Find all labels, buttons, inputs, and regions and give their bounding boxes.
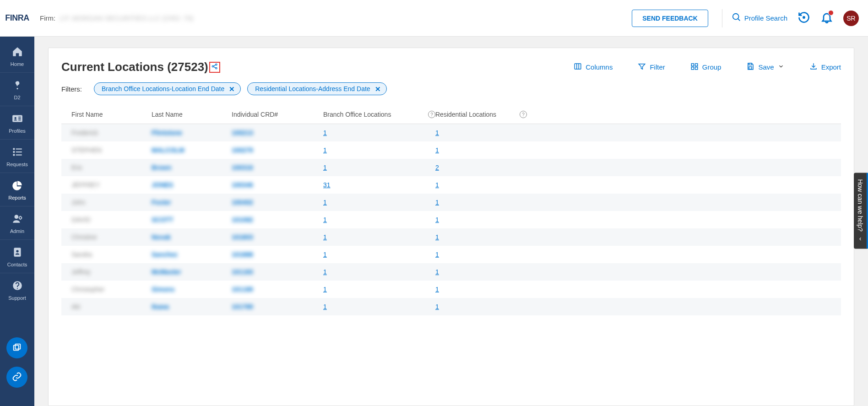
cell-last-name[interactable]: MALCOLM: [152, 146, 184, 154]
avatar[interactable]: SR: [843, 11, 859, 26]
close-icon[interactable]: ✕: [375, 86, 381, 92]
cell-last-name[interactable]: JONES: [152, 181, 173, 189]
cell-branch-link[interactable]: 1: [323, 129, 327, 136]
cell-last-name[interactable]: Flintstone: [152, 129, 182, 136]
cell-residential-link[interactable]: 1: [435, 303, 439, 310]
cell-crd[interactable]: 100279: [232, 146, 253, 154]
send-feedback-button[interactable]: SEND FEEDBACK: [632, 10, 708, 27]
svg-rect-34: [691, 67, 694, 70]
filter-chip-label: Residential Locations-Address End Date: [255, 85, 370, 92]
cell-branch-link[interactable]: 1: [323, 286, 327, 293]
sidebar-label-support: Support: [8, 295, 26, 301]
cell-crd[interactable]: 100213: [232, 129, 253, 136]
sidebar-item-home[interactable]: Home: [0, 39, 34, 73]
sidebar-item-support[interactable]: Support: [0, 273, 34, 306]
cell-residential-link[interactable]: 1: [435, 286, 439, 293]
cell-branch-link[interactable]: 1: [323, 233, 327, 241]
help-tab[interactable]: How can we help? ‹: [854, 173, 868, 249]
cell-crd[interactable]: 100316: [232, 164, 253, 171]
group-button[interactable]: Group: [690, 62, 722, 72]
filter-chip-branch-end-date[interactable]: Branch Office Locations-Location End Dat…: [94, 82, 241, 95]
cell-last-name[interactable]: SCOTT: [152, 216, 173, 223]
cell-last-name[interactable]: Simons: [152, 286, 175, 293]
cell-last-name[interactable]: Brown: [152, 164, 172, 171]
cell-last-name[interactable]: Ikawa: [152, 303, 169, 310]
filter-label: Filter: [650, 63, 665, 71]
float-windows-button[interactable]: [6, 337, 27, 358]
notifications-button[interactable]: [820, 11, 833, 25]
sidebar-item-contacts[interactable]: Contacts: [0, 240, 34, 273]
history-icon: [797, 11, 810, 25]
cell-residential-link[interactable]: 1: [435, 199, 439, 206]
cell-last-name[interactable]: Sanchez: [152, 251, 178, 258]
col-branch[interactable]: Branch Office Locations ?: [323, 111, 435, 118]
cell-crd[interactable]: 100402: [232, 199, 253, 206]
svg-line-26: [213, 65, 216, 66]
sidebar-item-reports[interactable]: Reports: [0, 173, 34, 206]
history-button[interactable]: [797, 11, 810, 25]
cell-crd[interactable]: 101082: [232, 216, 253, 223]
export-label: Export: [821, 63, 841, 71]
col-first-name[interactable]: First Name: [71, 111, 152, 118]
cell-residential-link[interactable]: 1: [435, 233, 439, 241]
link-icon: [12, 372, 22, 383]
profile-search-link[interactable]: Profile Search: [732, 12, 787, 24]
columns-button[interactable]: Columns: [574, 62, 613, 72]
cell-residential-link[interactable]: 1: [435, 146, 439, 154]
cell-residential-link[interactable]: 2: [435, 164, 439, 171]
float-link-button[interactable]: [6, 367, 27, 388]
cell-residential-link[interactable]: 1: [435, 251, 439, 258]
table-body[interactable]: FrederickFlintstone10021311STEPHENMALCOL…: [61, 124, 841, 406]
card-header: Current Locations (27523) Columns Filter: [61, 60, 841, 74]
table-row: FrederickFlintstone10021311: [61, 124, 841, 141]
page-title: Current Locations (27523): [61, 60, 208, 74]
cell-last-name[interactable]: Novak: [152, 233, 171, 241]
help-icon[interactable]: ?: [520, 111, 527, 118]
table-row: JeffreyMcMaster10118311: [61, 263, 841, 281]
cell-last-name[interactable]: Foster: [152, 199, 171, 206]
save-button[interactable]: Save: [746, 62, 784, 72]
filter-chip-residential-end-date[interactable]: Residential Locations-Address End Date ✕: [247, 82, 386, 95]
export-button[interactable]: Export: [809, 62, 841, 72]
cell-crd[interactable]: 100346: [232, 181, 253, 189]
cell-residential-link[interactable]: 1: [435, 268, 439, 276]
cell-branch-link[interactable]: 1: [323, 164, 327, 171]
logo[interactable]: FINRA: [5, 13, 29, 23]
cell-residential-link[interactable]: 1: [435, 181, 439, 189]
cell-last-name[interactable]: McMaster: [152, 268, 181, 276]
cell-crd[interactable]: 101888: [232, 251, 253, 258]
sidebar-label-reports: Reports: [8, 195, 26, 200]
cell-branch-link[interactable]: 1: [323, 268, 327, 276]
col-residential[interactable]: Residential Locations ?: [435, 111, 527, 118]
share-button[interactable]: [209, 62, 220, 73]
sidebar-label-home: Home: [11, 61, 24, 67]
sidebar-item-requests[interactable]: Requests: [0, 140, 34, 173]
cell-branch-link[interactable]: 1: [323, 216, 327, 223]
cell-branch-link[interactable]: 31: [323, 181, 331, 189]
cell-first-name: Christine: [71, 233, 97, 241]
share-icon: [211, 63, 218, 71]
cell-first-name: John: [71, 199, 85, 206]
cell-crd[interactable]: 101789: [232, 303, 253, 310]
cell-crd[interactable]: 101183: [232, 268, 253, 276]
cell-crd[interactable]: 101803: [232, 233, 253, 241]
svg-rect-21: [14, 345, 19, 350]
cell-branch-link[interactable]: 1: [323, 146, 327, 154]
sidebar-item-profiles[interactable]: Profiles: [0, 106, 34, 140]
sidebar-item-d2[interactable]: D2: [0, 73, 34, 106]
cell-branch-link[interactable]: 1: [323, 303, 327, 310]
help-icon[interactable]: ?: [428, 111, 435, 118]
sidebar-item-admin[interactable]: Admin: [0, 206, 34, 240]
cell-residential-link[interactable]: 1: [435, 129, 439, 136]
col-crd[interactable]: Individual CRD#: [232, 111, 323, 118]
cell-crd[interactable]: 101189: [232, 286, 253, 293]
chevron-down-icon: [778, 63, 784, 71]
pie-chart-icon: [11, 179, 23, 193]
filter-button[interactable]: Filter: [638, 62, 665, 72]
columns-label: Columns: [586, 63, 613, 71]
close-icon[interactable]: ✕: [229, 86, 235, 92]
cell-residential-link[interactable]: 1: [435, 216, 439, 223]
cell-branch-link[interactable]: 1: [323, 251, 327, 258]
col-last-name[interactable]: Last Name: [152, 111, 232, 118]
cell-branch-link[interactable]: 1: [323, 199, 327, 206]
